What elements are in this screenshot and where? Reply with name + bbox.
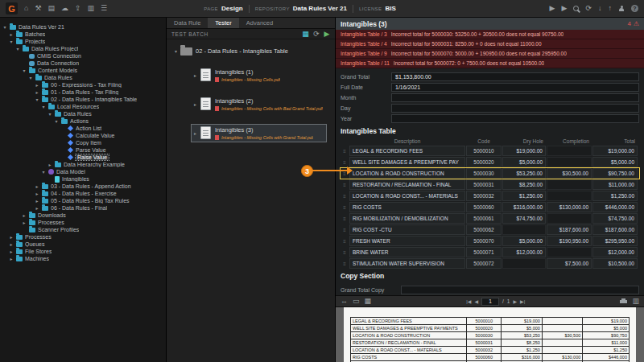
table-row-brine-water[interactable]: ≡BRINE WATER5000071$12,000.00$12,000.00 [341, 247, 639, 257]
expand-arrow-icon[interactable]: ▸ [35, 83, 39, 88]
expand-arrow-icon[interactable]: ▸ [35, 184, 39, 189]
expand-arrow-icon[interactable]: ▾ [41, 105, 46, 109]
doc-item-intangibles-1[interactable]: ▸Intangibles (1)Intangibles - Missing Ce… [191, 66, 327, 84]
cell-code[interactable]: 5000071 [466, 247, 502, 257]
tree-item-downloads[interactable]: ▸Downloads [0, 212, 166, 219]
expand-arrow-icon[interactable]: ▾ [22, 68, 27, 73]
tree-item-data-hierarchy-example[interactable]: ▸Data Hierarchy Example [0, 161, 166, 168]
cell-completion[interactable]: $130,000.00 [547, 202, 592, 212]
table-row-rig-costs[interactable]: ≡RIG COSTS5000060$316,000.00$130,000.00$… [341, 202, 639, 212]
field-value[interactable]: 1/16/2021 [391, 83, 639, 92]
expand-arrow-icon[interactable] [175, 47, 177, 55]
expand-arrow-icon[interactable]: ▾ [47, 112, 52, 117]
cell-description[interactable]: FRESH WATER [349, 236, 465, 246]
tree-item-parse-value[interactable]: Parse Value [0, 146, 166, 154]
expand-arrow-icon[interactable]: ▸ [194, 72, 196, 78]
tree-item-content-models[interactable]: ▾Content Models [0, 67, 166, 74]
expand-arrow-icon[interactable]: ▸ [35, 199, 39, 204]
print-icon[interactable] [620, 298, 627, 305]
expand-arrow-icon[interactable]: ▸ [194, 101, 196, 107]
cell-completion[interactable] [547, 247, 592, 257]
tree-item-projects[interactable]: ▾Projects [0, 38, 166, 45]
table-row-fresh-water[interactable]: ≡FRESH WATER5000070$5,000.00$190,950.00$… [341, 236, 639, 246]
page-number-input[interactable]: 1 [481, 298, 499, 306]
cell-code[interactable]: 5000061 [466, 213, 502, 224]
cell-total[interactable]: $11,000.00 [592, 179, 638, 190]
cell-total[interactable]: $5,000.00 [592, 157, 638, 167]
error-count-badge[interactable]: 4 ⚠ [627, 20, 639, 27]
expand-arrow-icon[interactable]: ▾ [15, 47, 20, 51]
doc-item-intangibles-3[interactable]: ▸Intangibles (3)Intangibles - Missing Ce… [191, 124, 327, 142]
cell-total[interactable]: $295,950.00 [592, 236, 638, 246]
cell-code[interactable]: 5000060 [466, 202, 502, 212]
cell-dry-hole[interactable]: $53,250.00 [502, 168, 546, 179]
row-handle-icon[interactable]: ≡ [341, 202, 349, 212]
tree-item-action-list[interactable]: Action List [0, 125, 166, 132]
cell-completion[interactable]: $190,950.00 [547, 236, 592, 246]
cell-description[interactable]: STIMULATION WATER SUPERVISION [349, 258, 465, 269]
table-row-restoration-reclamation-final[interactable]: ≡RESTORATION / RECLAMATION - FINAL500003… [341, 179, 639, 190]
cell-dry-hole[interactable]: $5,000.00 [502, 236, 546, 246]
tab-data-rule[interactable]: Data Rule [167, 18, 208, 28]
cell-description[interactable]: WELL SITE DAMAGES & PREEMPTIVE PAY [349, 157, 465, 167]
cell-code[interactable]: 5000020 [466, 157, 502, 167]
cell-total[interactable]: $90,750.00 [592, 168, 638, 179]
tab-advanced[interactable]: Advanced [239, 18, 280, 28]
cell-code[interactable]: 5000062 [466, 224, 502, 235]
expand-arrow-icon[interactable]: ▸ [35, 90, 39, 95]
expand-arrow-icon[interactable]: ▾ [2, 25, 7, 30]
cell-code[interactable]: 5000032 [466, 191, 502, 201]
last-page-icon[interactable]: ▶| [520, 298, 525, 304]
table-row-rig-cost-ctu[interactable]: ≡RIG COST -CTU5000062$187,600.00$187,600… [341, 224, 639, 235]
expand-arrow-icon[interactable]: ▾ [28, 76, 33, 80]
cell-total[interactable]: $1,250.00 [592, 191, 638, 201]
tree-item-processes[interactable]: ▸Processes [0, 233, 166, 241]
tree-item-actions[interactable]: ▾Actions [0, 117, 166, 125]
expand-arrow-icon[interactable]: ▸ [35, 206, 39, 211]
col-header-completion[interactable]: Completion [547, 138, 592, 144]
tab-tester[interactable]: Tester [208, 18, 238, 28]
batch-folder[interactable]: 02 - Data Rules - Intangibles Table [175, 46, 330, 56]
expand-arrow-icon[interactable]: ▸ [9, 242, 14, 247]
prev-page-icon[interactable]: ◀ [474, 298, 478, 304]
field-value[interactable] [401, 286, 639, 294]
expand-arrow-icon[interactable]: ▾ [35, 97, 39, 102]
table-row-legal-recording-fees[interactable]: ≡LEGAL & RECORDING FEES5000010$19,000.00… [341, 146, 639, 156]
table-row-stimulation-water-supervision[interactable]: ≡STIMULATION WATER SUPERVISION5000072$7,… [341, 258, 639, 269]
first-page-icon[interactable]: |◀ [466, 298, 471, 304]
app-logo[interactable]: G [6, 2, 18, 14]
row-handle-icon[interactable]: ≡ [341, 213, 349, 224]
cell-total[interactable]: $446,000.00 [592, 202, 638, 212]
download-icon[interactable]: ↓ [598, 5, 602, 12]
row-handle-icon[interactable]: ≡ [341, 247, 349, 257]
col-header-total[interactable]: Total [592, 138, 638, 144]
row-handle-icon[interactable]: ≡ [341, 224, 349, 235]
import-icon[interactable]: ⇪ [75, 5, 81, 12]
cell-dry-hole[interactable]: $12,000.00 [502, 247, 546, 257]
cell-description[interactable]: BRINE WATER [349, 247, 465, 257]
tree-item-intangibles[interactable]: Intangibles [0, 175, 166, 183]
row-handle-icon[interactable]: ≡ [341, 191, 349, 201]
tree-item-local-resources[interactable]: ▾Local Resources [0, 103, 166, 110]
cell-completion[interactable] [547, 213, 592, 224]
expand-arrow-icon[interactable]: ▸ [194, 130, 196, 136]
cell-code[interactable]: 5000030 [466, 168, 502, 179]
tree-item-04-data-rules-exercise[interactable]: ▸04 - Data Rules - Exercise [0, 190, 166, 197]
home-icon[interactable]: ⌂ [24, 5, 28, 12]
run-test-icon[interactable]: ▶ [324, 31, 330, 38]
user-icon[interactable] [618, 6, 625, 12]
cell-description[interactable]: LOCATION & ROAD CONSTRUCTION [349, 168, 465, 179]
expand-arrow-icon[interactable]: ▸ [9, 32, 14, 37]
tree-item-raise-value[interactable]: Raise Value [0, 154, 166, 161]
cell-completion[interactable]: $30,500.00 [547, 168, 592, 179]
cell-dry-hole[interactable]: $1,250.00 [502, 191, 546, 201]
cell-code[interactable]: 5000070 [466, 236, 502, 246]
cell-total[interactable]: $19,000.00 [592, 146, 638, 156]
cell-code[interactable]: 5000072 [466, 258, 502, 269]
cell-dry-hole[interactable]: $8,250.00 [502, 179, 546, 190]
col-header-dry-hole[interactable]: Dry Hole [502, 138, 546, 144]
tree-item-03-data-rules-append-action[interactable]: ▸03 - Data Rules - Append Action [0, 183, 166, 190]
row-handle-icon[interactable]: ≡ [341, 146, 349, 156]
expand-arrow-icon[interactable]: ▸ [9, 249, 14, 254]
field-value[interactable] [391, 114, 639, 123]
